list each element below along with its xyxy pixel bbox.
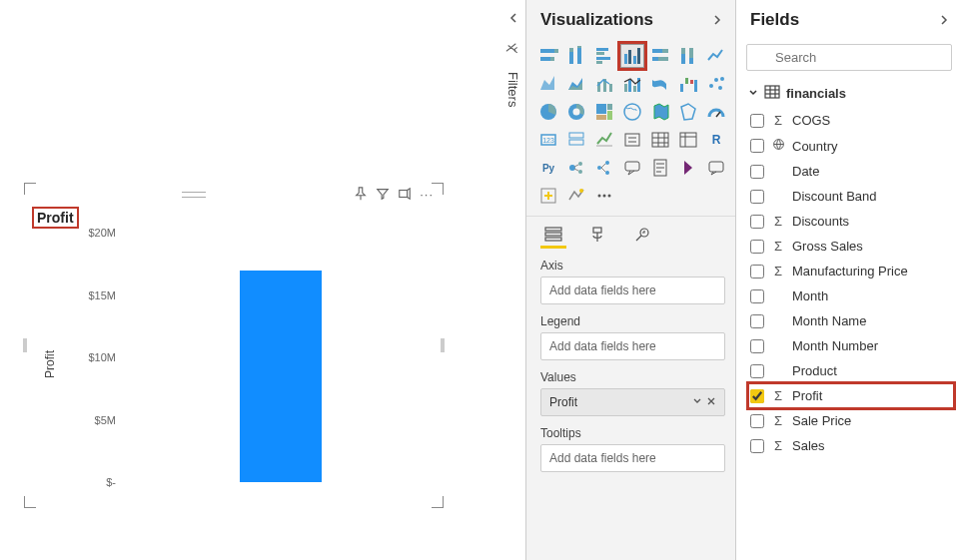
viz-custom-2-icon[interactable] [564,184,588,208]
viz-paginated-icon[interactable] [648,156,672,180]
values-well[interactable]: Profit [540,388,725,416]
viz-card-icon[interactable]: 123 [536,128,560,152]
field-item[interactable]: ΣDiscount Band [748,184,954,209]
field-checkbox[interactable] [750,339,764,353]
report-canvas[interactable]: ··· Profit Profit $20M$15M$10M$5M$- [0,0,500,560]
visual-container[interactable]: ··· Profit Profit $20M$15M$10M$5M$- [25,184,443,507]
viz-scatter-icon[interactable] [704,72,728,96]
remove-field-icon[interactable] [706,395,716,409]
field-checkbox[interactable] [750,439,764,453]
collapse-viz-icon[interactable] [711,12,723,29]
filter-icon[interactable] [376,187,390,204]
viz-python-icon[interactable]: Py [536,156,560,180]
field-checkbox[interactable] [750,139,764,153]
field-item[interactable]: ΣProduct [748,358,954,383]
field-item[interactable]: ΣMonth Number [748,333,954,358]
viz-line-clustered-column-icon[interactable] [620,72,644,96]
viz-stacked-bar-100-icon[interactable] [648,44,672,68]
field-checkbox[interactable] [750,240,764,254]
svg-rect-25 [689,48,693,58]
field-checkbox[interactable] [750,190,764,204]
focus-mode-icon[interactable] [398,187,412,204]
resize-handle-tl[interactable] [24,183,36,195]
expand-filters-icon[interactable] [507,12,519,27]
field-checkbox[interactable] [750,364,764,378]
field-item[interactable]: ΣManufacturing Price [748,259,954,283]
viz-line-stacked-column-icon[interactable] [592,72,616,96]
resize-handle-r[interactable] [441,338,445,352]
svg-point-60 [569,165,575,171]
field-checkbox[interactable] [750,314,764,328]
viz-power-apps-icon[interactable] [676,156,700,180]
field-item[interactable]: ΣDiscounts [748,209,954,234]
field-item[interactable]: ΣMonth Name [748,308,954,333]
svg-text:123: 123 [542,137,554,144]
field-item[interactable]: ΣSales [748,433,954,458]
viz-stacked-column-icon[interactable] [564,44,588,68]
field-item[interactable]: ΣSale Price [748,408,954,433]
viz-more-icon[interactable] [592,184,616,208]
tooltips-well[interactable]: Add data fields here [540,444,725,472]
sigma-icon: Σ [771,113,785,128]
viz-stacked-area-icon[interactable] [564,72,588,96]
viz-pie-icon[interactable] [536,100,560,124]
viz-decomposition-icon[interactable] [592,156,616,180]
field-item[interactable]: ΣCOGS [748,108,954,133]
viz-filled-map-icon[interactable] [648,100,672,124]
viz-slicer-icon[interactable] [620,128,644,152]
chevron-down-icon[interactable] [692,395,702,409]
viz-multi-row-card-icon[interactable] [564,128,588,152]
field-item[interactable]: Country [748,133,954,159]
tab-analytics[interactable] [628,223,654,249]
field-checkbox[interactable] [750,414,764,428]
visual-grip[interactable] [34,192,354,198]
pin-icon[interactable] [354,187,368,204]
viz-clustered-bar-icon[interactable] [592,44,616,68]
resize-handle-bl[interactable] [24,496,36,508]
field-item[interactable]: ΣProfit [748,383,954,408]
viz-donut-icon[interactable] [564,100,588,124]
field-item[interactable]: ΣDate [748,159,954,184]
viz-clustered-column-icon[interactable] [620,44,644,68]
tab-fields[interactable] [540,223,566,249]
viz-waterfall-icon[interactable] [676,72,700,96]
field-checkbox[interactable] [750,389,764,403]
tab-format[interactable] [584,223,610,249]
bar[interactable] [240,271,322,483]
viz-gauge-icon[interactable] [704,100,728,124]
viz-ribbon-icon[interactable] [648,72,672,96]
resize-handle-br[interactable] [432,496,444,508]
resize-handle-tr[interactable] [432,183,444,195]
viz-shape-map-icon[interactable] [676,100,700,124]
viz-stacked-bar-icon[interactable] [536,44,560,68]
viz-kpi-icon[interactable] [592,128,616,152]
field-checkbox[interactable] [750,215,764,229]
viz-table-icon[interactable] [648,128,672,152]
viz-line-icon[interactable] [704,44,728,68]
viz-key-influencers-icon[interactable] [564,156,588,180]
filters-icon[interactable] [504,41,521,55]
resize-handle-l[interactable] [23,338,27,352]
table-header[interactable]: financials [736,75,962,108]
field-checkbox[interactable] [750,114,764,128]
field-checkbox[interactable] [750,165,764,179]
field-item[interactable]: ΣMonth [748,283,954,308]
viz-chat-icon[interactable] [704,156,728,180]
axis-well[interactable]: Add data fields here [540,277,725,304]
viz-r-icon[interactable]: R [704,128,728,152]
viz-stacked-column-100-icon[interactable] [676,44,700,68]
viz-area-icon[interactable] [536,72,560,96]
viz-matrix-icon[interactable] [676,128,700,152]
field-item[interactable]: ΣGross Sales [748,234,954,259]
search-input[interactable] [746,44,952,71]
collapse-fields-icon[interactable] [938,12,950,29]
viz-map-icon[interactable] [620,100,644,124]
field-checkbox[interactable] [750,265,764,279]
legend-well[interactable]: Add data fields here [540,332,725,360]
svg-point-64 [605,161,609,165]
viz-qa-icon[interactable] [620,156,644,180]
svg-rect-68 [709,162,723,172]
viz-custom-1-icon[interactable] [536,184,560,208]
viz-treemap-icon[interactable] [592,100,616,124]
field-checkbox[interactable] [750,289,764,303]
